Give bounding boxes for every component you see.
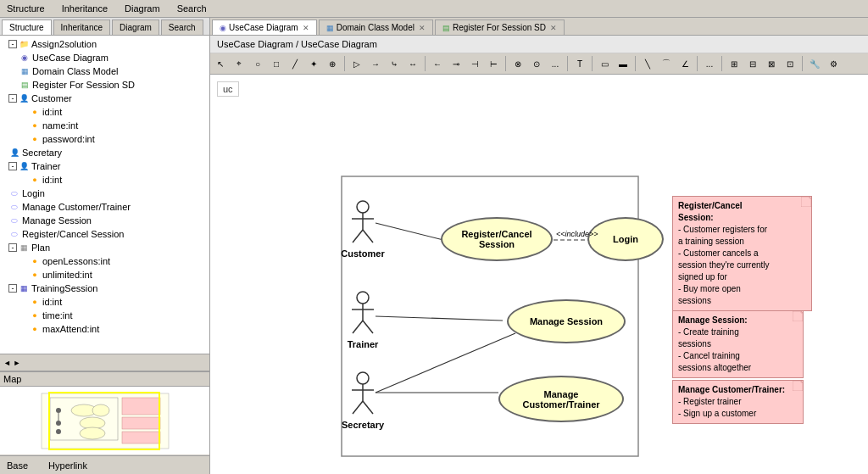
customer-actor-label: Customer bbox=[341, 248, 384, 259]
customer-actor: Customer bbox=[337, 200, 388, 259]
tool-17[interactable]: ⊠ bbox=[763, 55, 780, 72]
tree-item-trainer-id[interactable]: ● id:int bbox=[2, 173, 208, 187]
close-tab-seq[interactable]: ✕ bbox=[550, 24, 557, 32]
tree-item-usecase-diagram[interactable]: ◉ UseCase Diagram bbox=[2, 51, 208, 64]
tool-15[interactable]: ⊞ bbox=[726, 55, 743, 72]
tree-item-manage-session[interactable]: ⬭ Manage Session bbox=[2, 214, 208, 227]
menu-inheritance[interactable]: Inheritance bbox=[58, 2, 111, 15]
tree-item-secretary[interactable]: 👤 Secretary bbox=[2, 146, 208, 159]
tree-item-plan-unlimited[interactable]: ● unlimited:int bbox=[2, 268, 208, 282]
tab-inheritance[interactable]: Inheritance bbox=[53, 20, 110, 35]
expand-icon-customer[interactable]: - bbox=[8, 94, 17, 103]
tool-13[interactable]: ... bbox=[547, 55, 564, 72]
uc-manage-customer[interactable]: ManageCustomer/Trainer bbox=[498, 376, 624, 422]
expand-icon[interactable]: - bbox=[8, 40, 17, 48]
tab-structure[interactable]: Structure bbox=[2, 20, 52, 35]
tree-item-customer-password[interactable]: ● password:int bbox=[2, 132, 208, 146]
breadcrumb: UseCase Diagram / UseCase Diagram bbox=[210, 36, 868, 53]
tree-item-customer[interactable]: - 👤 Customer bbox=[2, 92, 208, 105]
tool-line[interactable]: ╱ bbox=[287, 55, 303, 72]
tool-10[interactable]: ⊢ bbox=[485, 55, 502, 72]
attr-icon: ● bbox=[29, 133, 41, 145]
tool-oval[interactable]: ○ bbox=[249, 55, 266, 72]
tree-item-ts-id[interactable]: ● id:int bbox=[2, 295, 208, 309]
tool-18[interactable]: ⊡ bbox=[782, 55, 798, 72]
class-icon-ts: ▦ bbox=[18, 282, 30, 294]
tool-9[interactable]: ⊣ bbox=[466, 55, 483, 72]
menu-structure[interactable]: Structure bbox=[3, 2, 48, 15]
tool-4[interactable]: ⊕ bbox=[324, 55, 341, 72]
diagram-canvas[interactable]: uc bbox=[210, 75, 868, 474]
tree-item-register-sd[interactable]: ▤ Register For Session SD bbox=[2, 78, 208, 92]
tree-item-ts-maxattend[interactable]: ● maxAttend:int bbox=[2, 322, 208, 336]
tree-item-ts-time[interactable]: ● time:int bbox=[2, 309, 208, 322]
tool-arrow1[interactable]: ← bbox=[429, 55, 446, 72]
uc-manage-session[interactable]: Manage Session bbox=[507, 299, 626, 343]
menu-search[interactable]: Search bbox=[174, 2, 210, 15]
tree-item-plan[interactable]: - ▦ Plan bbox=[2, 241, 208, 254]
tool-11[interactable]: ⊗ bbox=[509, 55, 526, 72]
tree-item-manage-customer[interactable]: ⬭ Manage Customer/Trainer bbox=[2, 200, 208, 214]
expand-icon-ts[interactable]: - bbox=[8, 284, 17, 293]
tree-item-customer-name[interactable]: ● name:int bbox=[2, 119, 208, 132]
tool-14[interactable]: ... bbox=[701, 55, 718, 72]
attr-icon: ● bbox=[29, 296, 41, 308]
tool-3[interactable]: ✦ bbox=[305, 55, 322, 72]
menu-diagram[interactable]: Diagram bbox=[121, 2, 164, 15]
tool-rect2[interactable]: ▭ bbox=[596, 55, 613, 72]
diagram-tab-class[interactable]: ▦ Domain Class Model ✕ bbox=[319, 20, 433, 35]
uc-register-cancel[interactable]: Register/CancelSession bbox=[441, 217, 553, 261]
close-tab-usecase[interactable]: ✕ bbox=[303, 24, 309, 32]
tool-rect3[interactable]: ▬ bbox=[615, 55, 632, 72]
tool-arrow2[interactable]: ⊸ bbox=[448, 55, 465, 72]
actor-icon-customer: 👤 bbox=[18, 92, 30, 104]
tree-item-trainer[interactable]: - 👤 Trainer bbox=[2, 159, 208, 173]
tree-item-assign2solution[interactable]: - 📁 Assign2solution bbox=[2, 37, 208, 51]
tool-20[interactable]: ⚙ bbox=[825, 55, 842, 72]
attr-icon: ● bbox=[29, 120, 41, 131]
map-section: Map bbox=[0, 371, 209, 455]
svg-point-25 bbox=[357, 292, 369, 304]
tool-text[interactable]: T bbox=[571, 55, 588, 72]
cursor-tool[interactable]: ↖ bbox=[212, 55, 229, 72]
canvas-uc-label: uc bbox=[217, 81, 239, 97]
svg-line-28 bbox=[353, 321, 363, 333]
diagram-tab-usecase[interactable]: ◉ UseCase Diagram ✕ bbox=[212, 20, 317, 35]
svg-rect-12 bbox=[122, 432, 160, 443]
status-hyperlink[interactable]: Hyperlink bbox=[45, 459, 91, 472]
tool-16[interactable]: ⊟ bbox=[744, 55, 761, 72]
tool-8[interactable]: ↔ bbox=[404, 55, 421, 72]
attr-icon: ● bbox=[29, 323, 41, 335]
tab-search[interactable]: Search bbox=[161, 20, 203, 35]
close-tab-class[interactable]: ✕ bbox=[419, 24, 426, 32]
expand-icon-plan[interactable]: - bbox=[8, 243, 17, 252]
tool-12[interactable]: ⊙ bbox=[528, 55, 545, 72]
diagram-tab-seq[interactable]: ▤ Register For Session SD ✕ bbox=[435, 20, 565, 35]
tree-item-plan-openlessons[interactable]: ● openLessons:int bbox=[2, 254, 208, 268]
tree-item-customer-id[interactable]: ● id:int bbox=[2, 105, 208, 119]
tool-angle[interactable]: ∠ bbox=[676, 55, 693, 72]
tool-2[interactable]: ⌖ bbox=[231, 55, 248, 72]
tool-6[interactable]: → bbox=[367, 55, 384, 72]
tab-diagram[interactable]: Diagram bbox=[112, 20, 159, 35]
tool-5[interactable]: ▷ bbox=[348, 55, 365, 72]
tool-7[interactable]: ⤷ bbox=[386, 55, 403, 72]
tool-19[interactable]: 🔧 bbox=[806, 55, 823, 72]
tool-line2[interactable]: ╲ bbox=[639, 55, 656, 72]
tree-item-trainingsession[interactable]: - ▦ TrainingSession bbox=[2, 282, 208, 295]
svg-point-20 bbox=[357, 201, 369, 213]
tree-item-login[interactable]: ⬭ Login bbox=[2, 187, 208, 200]
usecase-icon: ◉ bbox=[19, 52, 31, 64]
tool-rect[interactable]: □ bbox=[268, 55, 285, 72]
diagram-tabs: ◉ UseCase Diagram ✕ ▦ Domain Class Model… bbox=[210, 18, 868, 36]
actor-icon-trainer: 👤 bbox=[18, 160, 30, 172]
folder-icon: 📁 bbox=[18, 38, 30, 50]
expand-icon-trainer[interactable]: - bbox=[8, 162, 17, 170]
tool-curve[interactable]: ⌒ bbox=[658, 55, 675, 72]
tree-container[interactable]: - 📁 Assign2solution ◉ UseCase Diagram ▦ … bbox=[0, 36, 209, 354]
trainer-actor: Trainer bbox=[337, 291, 388, 349]
tree-item-domain-class[interactable]: ▦ Domain Class Model bbox=[2, 64, 208, 78]
status-base[interactable]: Base bbox=[3, 459, 31, 472]
uc-login[interactable]: Login bbox=[587, 217, 664, 261]
tree-item-register-cancel[interactable]: ⬭ Register/Cancel Session bbox=[2, 227, 208, 241]
